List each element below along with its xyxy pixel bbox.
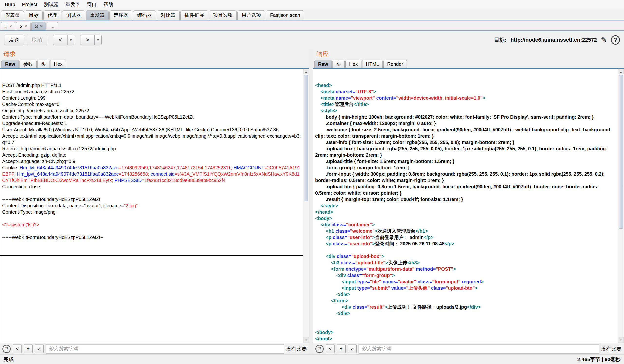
module-tab-10[interactable]: 用户选项 bbox=[237, 10, 265, 20]
editor-line: Content-Type: image/png bbox=[2, 209, 301, 215]
module-tab-1[interactable]: 目标 bbox=[25, 10, 43, 20]
editor-line: Content-Type: multipart/form-data; bound… bbox=[2, 114, 301, 120]
response-editor-tabs-0[interactable]: Raw bbox=[314, 60, 332, 68]
editor-line: Cache-Control: max-age=0 bbox=[2, 101, 301, 107]
scroll-up-icon[interactable]: ▲ bbox=[303, 69, 309, 74]
module-tab-8[interactable]: 插件扩展 bbox=[180, 10, 208, 20]
response-editor-tabs-1[interactable]: 头 bbox=[333, 60, 345, 68]
scroll-down-icon[interactable]: ▼ bbox=[303, 337, 309, 343]
module-tab-7[interactable]: 对比器 bbox=[157, 10, 180, 20]
editor-line: Upgrade-Insecure-Requests: 1 bbox=[2, 120, 301, 126]
help-icon[interactable]: ? bbox=[611, 35, 620, 45]
request-editor-tabs-0[interactable]: Raw bbox=[1, 60, 19, 68]
menu-item-4[interactable]: 窗口 bbox=[84, 0, 100, 9]
request-response-split: 请求 Raw参数头Hex POST /admin.php HTTP/1.1Hos… bbox=[0, 49, 624, 354]
module-tab-9[interactable]: 项目选项 bbox=[209, 10, 237, 20]
editor-line: User-Agent: Mozilla/5.0 (Windows NT 10.0… bbox=[2, 126, 301, 133]
response-search-bar: ? < + > 没有比赛 bbox=[313, 343, 624, 354]
menu-item-2[interactable]: 测试器 bbox=[41, 0, 62, 9]
cancel-button[interactable]: 取消 bbox=[27, 35, 47, 45]
editor-line: body { min-height: 100vh; background: #0… bbox=[315, 114, 616, 120]
editor-line bbox=[2, 228, 301, 234]
request-editor-tabs-2[interactable]: 头 bbox=[37, 60, 50, 68]
editor-line: .result { margin-top: 1rem; color: #00d4… bbox=[315, 196, 616, 202]
response-editor-tabs: Raw头HexHTMLRender bbox=[313, 59, 624, 69]
module-tab-4[interactable]: 重发器 bbox=[86, 10, 109, 20]
editor-line: .form-input { width: 300px; padding: 0.8… bbox=[315, 171, 616, 183]
search-options-button[interactable]: + bbox=[337, 344, 346, 353]
search-next-button[interactable]: > bbox=[348, 344, 357, 353]
response-editor-text[interactable]: <head> <meta charset="UTF-8"> <meta name… bbox=[313, 69, 618, 343]
module-tab-11[interactable]: Fastjson scan bbox=[266, 10, 304, 20]
repeater-tab-3[interactable]: ... bbox=[47, 22, 58, 30]
request-editor-tabs-3[interactable]: Hex bbox=[50, 60, 66, 68]
menu-item-3[interactable]: 重发器 bbox=[63, 0, 83, 9]
editor-line: <input type="submit" value="上传头像" class=… bbox=[315, 285, 616, 291]
panel-divider[interactable] bbox=[309, 49, 313, 354]
editor-line bbox=[2, 190, 301, 196]
search-prev-button[interactable]: < bbox=[13, 344, 22, 353]
editor-line: ------WebKitFormBoundaryHcESzpP05L1ZetZt… bbox=[2, 234, 301, 241]
editor-line: Accept-Encoding: gzip, deflate bbox=[2, 152, 301, 158]
close-icon[interactable]: × bbox=[25, 24, 27, 28]
module-tab-5[interactable]: 定序器 bbox=[109, 10, 132, 20]
editor-line bbox=[315, 247, 616, 253]
editor-line: </div> bbox=[315, 291, 616, 297]
editor-line: Referer: http://node6.anna.nssctf.cn:225… bbox=[2, 146, 301, 152]
response-scrollbar[interactable]: ▲ ▼ bbox=[618, 69, 624, 343]
request-editor: POST /admin.php HTTP/1.1Host: node6.anna… bbox=[0, 69, 309, 343]
send-button[interactable]: 发送 bbox=[4, 35, 24, 45]
back-button[interactable]: < bbox=[53, 35, 68, 45]
close-icon[interactable]: × bbox=[9, 24, 12, 28]
search-input[interactable] bbox=[46, 344, 284, 354]
match-count-label: 没有比赛 bbox=[286, 345, 307, 352]
repeater-tab-1[interactable]: 2× bbox=[16, 22, 30, 30]
module-tab-6[interactable]: 编码器 bbox=[133, 10, 156, 20]
statusbar: 完成 2,465字节 | 90毫秒 bbox=[0, 354, 624, 364]
request-editor-tabs-1[interactable]: 参数 bbox=[20, 60, 37, 68]
editor-line: <h1 class="welcome">欢迎进入管理后台</h1> bbox=[315, 228, 616, 234]
response-editor-tabs-4[interactable]: Render bbox=[383, 60, 407, 68]
response-editor-tabs-2[interactable]: Hex bbox=[345, 60, 362, 68]
module-tab-0[interactable]: 仪表盘 bbox=[1, 10, 24, 20]
editor-line: Connection: close bbox=[2, 183, 301, 190]
edit-target-icon[interactable]: ✎ bbox=[601, 36, 607, 44]
search-help-icon[interactable]: ? bbox=[2, 345, 11, 353]
search-options-button[interactable]: + bbox=[24, 344, 33, 353]
editor-line: <title>管理后台</title> bbox=[315, 101, 616, 107]
match-count-label: 没有比赛 bbox=[601, 345, 622, 352]
menu-item-1[interactable]: Project bbox=[19, 1, 40, 8]
menu-item-5[interactable]: 帮助 bbox=[101, 0, 116, 9]
search-input[interactable] bbox=[359, 344, 599, 354]
search-next-button[interactable]: > bbox=[35, 344, 44, 353]
response-editor-tabs-3[interactable]: HTML bbox=[362, 60, 383, 68]
editor-line: </form> bbox=[315, 297, 616, 304]
editor-line: <input type="file" name="avatar" class="… bbox=[315, 278, 616, 285]
scroll-thumb[interactable] bbox=[304, 75, 308, 201]
editor-line: <div class="container"> bbox=[315, 221, 616, 228]
scroll-thumb[interactable] bbox=[619, 75, 623, 229]
scroll-up-icon[interactable]: ▲ bbox=[618, 69, 624, 74]
editor-line: </head> bbox=[315, 209, 616, 215]
menu-item-0[interactable]: Burp bbox=[2, 1, 18, 8]
repeater-tab-2[interactable]: 3× bbox=[31, 22, 46, 30]
forward-button[interactable]: > bbox=[80, 35, 95, 45]
editor-line: <h3 class="upload-title">头像上传</h3> bbox=[315, 260, 616, 266]
request-editor-text[interactable]: POST /admin.php HTTP/1.1Host: node6.anna… bbox=[0, 69, 303, 343]
close-icon[interactable]: × bbox=[40, 24, 42, 28]
module-tab-3[interactable]: 测试器 bbox=[62, 10, 85, 20]
search-prev-button[interactable]: < bbox=[326, 344, 335, 353]
response-panel: 响应 Raw头HexHTMLRender <head> <meta charse… bbox=[313, 49, 624, 354]
search-help-icon[interactable]: ? bbox=[315, 345, 324, 353]
repeater-tab-0[interactable]: 1× bbox=[1, 22, 15, 30]
target-area: 目标: http://node6.anna.nssctf.cn:22572 ✎ … bbox=[494, 35, 620, 45]
forward-dropdown-button[interactable]: ▾ bbox=[95, 35, 102, 45]
editor-line: <form enctype="multipart/form-data" meth… bbox=[315, 266, 616, 272]
module-tab-2[interactable]: 代理 bbox=[43, 10, 61, 20]
editor-line: <div class="form-group"> bbox=[315, 272, 616, 278]
request-scrollbar[interactable]: ▲ ▼ bbox=[303, 69, 309, 343]
editor-line: </div> bbox=[315, 310, 616, 316]
scroll-down-icon[interactable]: ▼ bbox=[618, 337, 624, 343]
back-dropdown-button[interactable]: ▾ bbox=[68, 35, 75, 45]
editor-line: .welcome { font-size: 2.5rem; background… bbox=[315, 126, 616, 139]
